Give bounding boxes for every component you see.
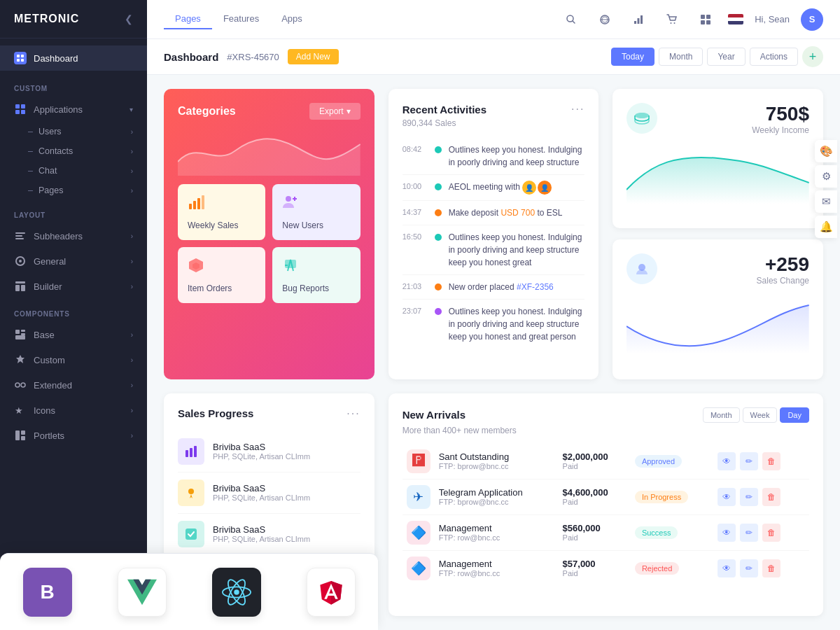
sp-sub-3: PHP, SQLite, Artisan CLImm [213, 535, 360, 543]
activity-text-4: Outlines keep you honest. Indulging in p… [449, 231, 585, 269]
mini-cards-grid: Weekly Sales New Users Item Orders [178, 184, 360, 303]
notification-icon[interactable]: 🔔 [815, 216, 837, 238]
categories-card: Categories Export ▾ Weekly Sales [164, 89, 374, 379]
delete-button-3[interactable]: 🗑 [762, 524, 780, 542]
period-month-button[interactable]: Month [659, 48, 703, 66]
sidebar-item-custom[interactable]: Custom › [0, 347, 147, 372]
app-ftp-1: FTP: bprow@bnc.cc [439, 462, 554, 470]
user-avatar[interactable]: S [801, 8, 823, 31]
delete-button-2[interactable]: 🗑 [762, 488, 780, 506]
sp-info-2: Briviba SaaS PHP, SQLite, Artisan CLImm [213, 483, 360, 502]
na-day-button[interactable]: Day [780, 407, 809, 423]
grid-icon[interactable] [694, 8, 717, 31]
tab-features[interactable]: Features [212, 9, 270, 29]
app-name-2: Telegram Application [439, 487, 554, 498]
delete-button-1[interactable]: 🗑 [762, 452, 780, 470]
period-today-button[interactable]: Today [611, 48, 654, 66]
sidebar: METRONIC ❮ Dashboard CUSTOM Applications… [0, 0, 147, 630]
activities-menu-icon[interactable]: ··· [571, 103, 584, 115]
export-button[interactable]: Export ▾ [309, 103, 360, 120]
status-badge-1: Approved [635, 455, 682, 468]
mini-card-item-orders[interactable]: Item Orders [178, 247, 265, 303]
color-palette-icon[interactable]: 🎨 [815, 140, 837, 162]
sidebar-sub-contacts[interactable]: – Contacts › [0, 141, 147, 161]
activity-link-order[interactable]: #XF-2356 [517, 282, 554, 292]
sidebar-item-extended[interactable]: Extended › [0, 372, 147, 398]
mini-card-weekly-sales[interactable]: Weekly Sales [178, 184, 265, 240]
mini-card-bug-reports[interactable]: Bug Reports [272, 247, 360, 303]
sidebar-item-subheaders[interactable]: Subheaders › [0, 223, 147, 248]
cart-icon[interactable] [661, 8, 683, 31]
sp-header: Sales Progress ··· [178, 407, 360, 420]
view-button-3[interactable]: 👁 [718, 524, 736, 542]
svg-rect-50 [186, 450, 188, 457]
svg-rect-35 [706, 15, 710, 19]
sales-label: Sales Change [757, 276, 809, 286]
edit-button-2[interactable]: ✏ [740, 488, 758, 506]
view-button-2[interactable]: 👁 [718, 488, 736, 506]
actions-button[interactable]: Actions [750, 48, 798, 66]
delete-button-4[interactable]: 🗑 [762, 559, 780, 578]
fw-bootstrap[interactable]: B [0, 554, 94, 630]
main-area: Pages Features Apps Hi, Sean S [147, 0, 840, 630]
sidebar-item-dashboard[interactable]: Dashboard [0, 46, 147, 71]
sidebar-item-applications[interactable]: Applications ▾ [0, 97, 147, 122]
view-button-4[interactable]: 👁 [718, 559, 736, 578]
svg-rect-38 [189, 204, 192, 209]
sales-chart [626, 298, 809, 354]
view-button-1[interactable]: 👁 [718, 452, 736, 470]
subheader-left: Dashboard #XRS-45670 Add New [164, 49, 339, 64]
search-icon[interactable] [560, 8, 582, 31]
status-badge-4: Rejected [635, 562, 679, 575]
send-icon[interactable]: ✉ [815, 190, 837, 213]
svg-point-33 [674, 22, 676, 24]
add-new-button[interactable]: Add New [288, 49, 339, 64]
na-month-button[interactable]: Month [703, 407, 740, 423]
income-card: 750$ Weekly Income [612, 89, 823, 228]
na-header: New Arrivals Month Week Day [402, 407, 809, 423]
network-icon[interactable] [594, 8, 616, 31]
avatar-2: 👤 [538, 181, 552, 195]
sales-top: +259 Sales Change [626, 253, 809, 293]
activity-time-2: 10:00 [402, 181, 428, 190]
app-paid-2: Paid [563, 498, 626, 506]
flag-icon[interactable] [728, 14, 743, 24]
na-week-button[interactable]: Week [743, 407, 778, 423]
general-label: General [34, 256, 66, 267]
custom-label: Custom [34, 355, 65, 365]
sidebar-chat-label: Chat [38, 166, 131, 176]
edit-button-1[interactable]: ✏ [740, 452, 758, 470]
sidebar-item-icons[interactable]: ★ Icons › [0, 398, 147, 423]
sidebar-sub-chat[interactable]: – Chat › [0, 161, 147, 181]
mini-card-new-users[interactable]: New Users [272, 184, 360, 240]
sidebar-item-builder[interactable]: Builder › [0, 274, 147, 299]
sidebar-sub-users[interactable]: – Users › [0, 122, 147, 141]
sidebar-sub-pages[interactable]: – Pages › [0, 181, 147, 200]
period-year-button[interactable]: Year [707, 48, 745, 66]
fw-vue[interactable] [94, 554, 189, 630]
settings-icon[interactable]: ⚙ [815, 165, 837, 188]
sidebar-item-general[interactable]: General › [0, 248, 147, 274]
add-widget-button[interactable]: + [802, 46, 823, 67]
chat-chevron: › [131, 167, 133, 175]
fw-react[interactable] [189, 554, 284, 630]
tab-pages[interactable]: Pages [164, 9, 212, 29]
sales-icon [626, 253, 657, 284]
edit-button-3[interactable]: ✏ [740, 524, 758, 542]
fw-angular[interactable] [284, 554, 378, 630]
categories-header: Categories Export ▾ [178, 103, 360, 120]
activity-item-6: 23:07 Outlines keep you honest. Indulgin… [402, 300, 585, 349]
tab-apps[interactable]: Apps [270, 9, 314, 29]
sidebar-item-portlets[interactable]: Portlets › [0, 423, 147, 448]
activity-link-usd[interactable]: USD 700 [500, 208, 535, 218]
svg-rect-16 [15, 330, 20, 334]
bug-reports-label: Bug Reports [282, 284, 350, 293]
sidebar-collapse-icon[interactable]: ❮ [125, 13, 133, 24]
chart-icon[interactable] [627, 8, 650, 31]
sidebar-dashboard-label: Dashboard [34, 53, 78, 64]
sp-menu-icon[interactable]: ··· [346, 407, 360, 420]
activities-title: Recent Activities [402, 104, 486, 115]
sp-item-1: Briviba SaaS PHP, SQLite, Artisan CLImm [178, 431, 360, 472]
edit-button-4[interactable]: ✏ [740, 559, 758, 578]
sidebar-item-base[interactable]: Base › [0, 322, 147, 347]
